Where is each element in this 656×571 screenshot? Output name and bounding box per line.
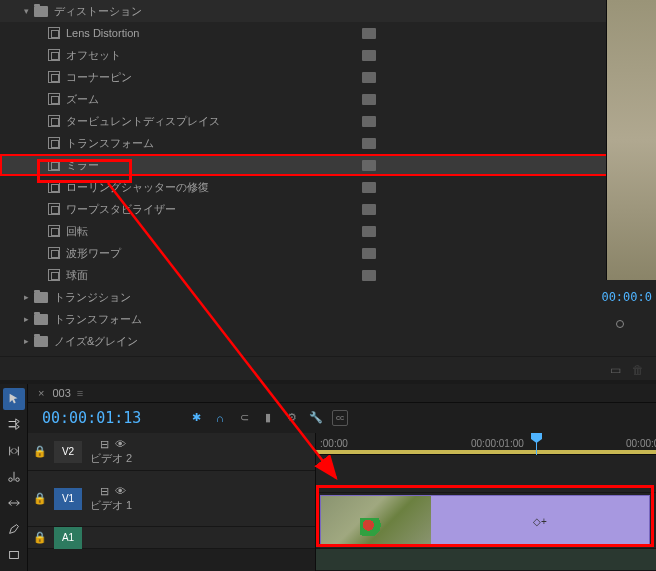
lock-icon[interactable]: 🔒 — [28, 492, 52, 505]
preview-timecode: 00:00:0 — [601, 290, 652, 304]
accel-badge-icon — [362, 248, 376, 259]
track-header-v2[interactable]: 🔒 V2 ⊟👁 ビデオ 2 — [28, 433, 315, 471]
accel-badge-icon — [362, 28, 376, 39]
clips-area[interactable]: :00:00 00:00:01:00 00:00:02:00 AdobeStoc… — [316, 433, 656, 571]
effect-item[interactable]: ローリングシャッターの修復 — [0, 176, 656, 198]
accel-badge-icon — [362, 270, 376, 281]
effects-folder-row[interactable]: ▸トランジション — [0, 286, 656, 308]
effect-item[interactable]: 波形ワープ — [0, 242, 656, 264]
effect-item[interactable]: コーナーピン — [0, 66, 656, 88]
folder-label: トランジション — [54, 290, 656, 305]
effects-folder-row[interactable]: ▸ノイズ&グレイン — [0, 330, 656, 352]
tools-toolbar — [0, 384, 28, 571]
razor-tool[interactable] — [3, 466, 25, 488]
effects-category-row[interactable]: ▾ ディストーション — [0, 0, 656, 22]
accel-badge-icon — [362, 160, 376, 171]
timeline-main: × 003 ≡ 00:00:01:13 ✱ ∩ ⊂ ▮ ⚙ 🔧 cc 🔒 V2 — [28, 384, 656, 571]
settings-icon[interactable]: ⚙ — [284, 410, 300, 426]
track-select-tool[interactable] — [3, 414, 25, 436]
wrench-icon[interactable]: 🔧 — [308, 410, 324, 426]
marker-icon[interactable]: ▮ — [260, 410, 276, 426]
effect-item[interactable]: オフセット — [0, 44, 656, 66]
linked-selection-icon[interactable]: ⊂ — [236, 410, 252, 426]
time-ruler[interactable]: :00:00 00:00:01:00 00:00:02:00 — [316, 433, 656, 455]
new-folder-icon[interactable]: ▭ — [610, 363, 624, 375]
folder-icon — [34, 292, 48, 303]
folder-label: トランスフォーム — [54, 312, 656, 327]
folder-icon — [34, 6, 48, 17]
track-v1-name: ビデオ 1 — [90, 498, 132, 513]
sequence-tab[interactable]: × 003 ≡ — [28, 384, 656, 403]
magnet-icon[interactable]: ∩ — [212, 410, 228, 426]
svg-rect-0 — [9, 552, 18, 559]
track-header-v1[interactable]: 🔒 V1 ⊟👁 ビデオ 1 — [28, 471, 315, 527]
effect-label: 波形ワープ — [66, 246, 362, 261]
effect-item[interactable]: 回転 — [0, 220, 656, 242]
trash-icon[interactable]: 🗑 — [632, 363, 646, 375]
effect-label: タービュレントディスプレイス — [66, 114, 362, 129]
track-a1-target[interactable]: A1 — [54, 527, 82, 549]
effect-item[interactable]: トランスフォーム — [0, 132, 656, 154]
cc-icon[interactable]: cc — [332, 410, 348, 426]
work-area-bar[interactable] — [316, 450, 656, 454]
ruler-tick: :00:00 — [320, 438, 348, 449]
toggle-sync-icon[interactable]: 👁 — [115, 438, 126, 451]
clip-track-v2[interactable] — [316, 455, 656, 493]
effect-item[interactable]: タービュレントディスプレイス — [0, 110, 656, 132]
track-v1-target[interactable]: V1 — [54, 488, 82, 510]
clip-thumbnail — [321, 496, 431, 545]
accel-badge-icon — [362, 138, 376, 149]
clip-track-a1[interactable] — [316, 549, 656, 571]
accel-badge-icon — [362, 204, 376, 215]
track-header-a1[interactable]: 🔒 A1 — [28, 527, 315, 549]
slip-tool[interactable] — [3, 492, 25, 514]
pen-tool[interactable] — [3, 518, 25, 540]
sequence-name: 003 — [52, 387, 70, 399]
effect-label: ミラー — [66, 158, 362, 173]
folder-icon — [34, 336, 48, 347]
lock-icon[interactable]: 🔒 — [28, 531, 52, 544]
effect-item[interactable]: ワープスタビライザー — [0, 198, 656, 220]
effect-item[interactable]: ズーム — [0, 88, 656, 110]
video-clip[interactable]: AdobeStock_200933844.mp4 — [320, 495, 650, 546]
track-v2-target[interactable]: V2 — [54, 441, 82, 463]
rectangle-tool[interactable] — [3, 544, 25, 566]
selection-tool[interactable] — [3, 388, 25, 410]
effect-item[interactable]: 球面 — [0, 264, 656, 286]
timeline-panel: × 003 ≡ 00:00:01:13 ✱ ∩ ⊂ ▮ ⚙ 🔧 cc 🔒 V2 — [0, 384, 656, 571]
preset-icon — [48, 269, 60, 281]
effects-folder-row[interactable]: ▸トランスフォーム — [0, 308, 656, 330]
close-icon[interactable]: × — [38, 387, 44, 399]
lock-icon[interactable]: 🔒 — [28, 445, 52, 458]
snap-icon[interactable]: ✱ — [188, 410, 204, 426]
track-headers: 🔒 V2 ⊟👁 ビデオ 2 🔒 V1 ⊟👁 ビデオ 1 — [28, 433, 316, 571]
toggle-output-icon[interactable]: ⊟ — [100, 438, 109, 451]
preset-icon — [48, 247, 60, 259]
preview-monitor-edge — [606, 0, 656, 280]
effect-label: Lens Distortion — [66, 27, 362, 39]
accel-badge-icon — [362, 50, 376, 61]
toggle-sync-icon[interactable]: 👁 — [115, 485, 126, 498]
folder-icon — [34, 314, 48, 325]
effect-item[interactable]: ミラー — [0, 154, 656, 176]
preset-icon — [48, 137, 60, 149]
playhead-timecode[interactable]: 00:00:01:13 — [28, 409, 178, 427]
ruler-tick: 00:00:02:00 — [626, 438, 656, 449]
effect-item[interactable]: Lens Distortion — [0, 22, 656, 44]
accel-badge-icon — [362, 72, 376, 83]
accel-badge-icon — [362, 116, 376, 127]
clip-body — [431, 496, 649, 545]
effect-label: ワープスタビライザー — [66, 202, 362, 217]
effect-label: ズーム — [66, 92, 362, 107]
accel-badge-icon — [362, 226, 376, 237]
preset-icon — [48, 203, 60, 215]
clip-track-v1[interactable]: AdobeStock_200933844.mp4 — [316, 493, 656, 549]
effect-label: オフセット — [66, 48, 362, 63]
ripple-edit-tool[interactable] — [3, 440, 25, 462]
toggle-output-icon[interactable]: ⊟ — [100, 485, 109, 498]
tab-menu-icon[interactable]: ≡ — [77, 387, 83, 399]
preset-icon — [48, 115, 60, 127]
twisty-right-icon: ▸ — [24, 314, 34, 324]
zoom-handle[interactable] — [616, 320, 624, 328]
accel-badge-icon — [362, 94, 376, 105]
